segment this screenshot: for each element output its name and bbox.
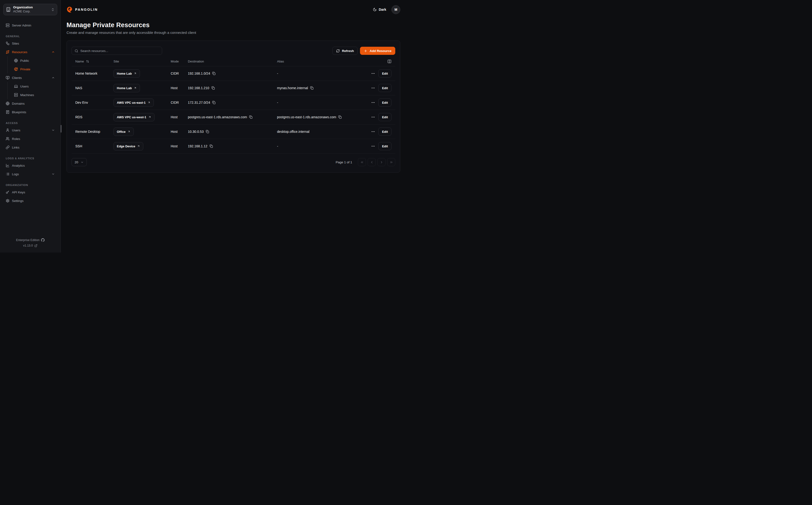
copy-destination-button[interactable] xyxy=(210,145,213,148)
copy-destination-button[interactable] xyxy=(212,72,215,75)
resource-name: Home Network xyxy=(75,71,97,75)
sidebar-item-links[interactable]: Links xyxy=(3,143,57,152)
sidebar-item-roles[interactable]: Roles xyxy=(3,135,57,143)
table-row-ssh: SSHEdge DeviceHost192.168.1.12-Edit xyxy=(71,139,395,154)
copy-destination-button[interactable] xyxy=(206,130,209,133)
site-link-home-lab[interactable]: Home Lab xyxy=(114,69,140,78)
copy-alias-button[interactable] xyxy=(338,116,342,119)
last-page-button[interactable] xyxy=(387,158,395,166)
copy-destination-button[interactable] xyxy=(211,86,215,90)
row-menu-button[interactable] xyxy=(371,71,375,75)
search-icon xyxy=(74,49,78,53)
edit-button[interactable]: Edit xyxy=(378,69,391,77)
add-resource-button[interactable]: Add Resource xyxy=(360,47,395,55)
row-menu-button[interactable] xyxy=(371,101,375,105)
column-header-alias: Alias xyxy=(273,59,369,63)
theme-toggle[interactable]: Dark xyxy=(373,8,386,11)
mode-cell: Host xyxy=(167,115,184,119)
copy-destination-button[interactable] xyxy=(249,116,252,119)
sidebar-item-private[interactable]: Private xyxy=(8,65,57,73)
refresh-button[interactable]: Refresh xyxy=(332,47,358,55)
sidebar-item-label: Resources xyxy=(12,50,27,54)
avatar[interactable]: M xyxy=(391,5,400,14)
chevron-left-icon xyxy=(370,160,374,164)
site-cell: Office xyxy=(110,128,167,136)
copy-destination-button[interactable] xyxy=(212,101,215,104)
sidebar-item-blueprints[interactable]: Blueprints xyxy=(3,108,57,116)
column-header-destination: Destination xyxy=(184,59,273,63)
sidebar-item-api-keys[interactable]: API Keys xyxy=(3,188,57,196)
name-cell: Dev Env xyxy=(71,101,110,105)
next-page-button[interactable] xyxy=(377,158,386,166)
edition-row[interactable]: Enterprise Edition xyxy=(16,238,45,242)
sidebar-item-sites[interactable]: Sites xyxy=(3,39,57,48)
edit-button[interactable]: Edit xyxy=(378,99,391,107)
destination-cell: 10.30.0.53 xyxy=(184,130,273,134)
sidebar-item-users[interactable]: Users xyxy=(8,82,57,91)
edit-button[interactable]: Edit xyxy=(378,128,391,136)
alias-value: - xyxy=(277,101,278,105)
sidebar-item-machines[interactable]: Machines xyxy=(8,91,57,99)
search-input[interactable] xyxy=(80,49,159,53)
site-cell: Home Lab xyxy=(110,84,167,92)
edit-button[interactable]: Edit xyxy=(378,84,391,92)
plus-icon xyxy=(364,49,367,53)
toolbar-buttons: Refresh Add Resource xyxy=(332,47,395,55)
site-link-aws-vpc-us-east-1[interactable]: AWS VPC us-east-1 xyxy=(114,99,154,107)
previous-page-button[interactable] xyxy=(368,158,376,166)
site-link-home-lab[interactable]: Home Lab xyxy=(114,84,140,92)
actions-cell: Edit xyxy=(369,84,395,92)
server-icon xyxy=(14,93,18,97)
avatar-initial: M xyxy=(395,8,397,11)
organization-texts: Organization ACME Corp. xyxy=(13,5,49,13)
sidebar-item-label: Blueprints xyxy=(12,111,26,114)
site-label: Office xyxy=(117,130,126,134)
site-link-edge-device[interactable]: Edge Device xyxy=(114,142,143,150)
row-menu-button[interactable] xyxy=(371,115,375,119)
column-header-name[interactable]: Name xyxy=(71,59,110,63)
sidebar-item-resources[interactable]: Resources xyxy=(3,48,57,56)
alias-cell: mynas.home.internal xyxy=(273,86,369,90)
row-menu-button[interactable] xyxy=(371,144,375,148)
arrow-up-right-icon xyxy=(148,116,151,119)
sidebar-item-analytics[interactable]: Analytics xyxy=(3,161,57,170)
brand[interactable]: PANGOLIN xyxy=(66,6,98,13)
refresh-label: Refresh xyxy=(342,49,354,53)
sidebar-item-public[interactable]: Public xyxy=(8,56,57,65)
gear-icon xyxy=(6,199,10,203)
table-row-home-network: Home NetworkHome LabCIDR192.168.1.0/24-E… xyxy=(71,66,395,81)
main-content: PANGOLIN Dark M Manage Private Resources… xyxy=(61,0,406,252)
organization-selector[interactable]: Organization ACME Corp. xyxy=(3,4,57,15)
section-label-general: GENERAL xyxy=(6,35,55,38)
destination-value: 192.168.1.12 xyxy=(188,144,207,148)
chevron-down-icon xyxy=(51,172,55,176)
site-link-office[interactable]: Office xyxy=(114,128,134,136)
sidebar-item-settings[interactable]: Settings xyxy=(3,196,57,205)
sidebar-item-users[interactable]: Users xyxy=(3,126,57,135)
site-link-aws-vpc-us-west-1[interactable]: AWS VPC us-west-1 xyxy=(114,113,155,121)
page-size-select[interactable]: 20 xyxy=(71,158,87,166)
refresh-icon xyxy=(336,49,340,53)
alias-cell: - xyxy=(273,71,369,75)
sidebar-item-logs[interactable]: Logs xyxy=(3,170,57,178)
version-label: v1.13.0 xyxy=(23,244,33,247)
sidebar-scrollbar-thumb[interactable] xyxy=(60,125,61,133)
name-cell: RDS xyxy=(71,115,110,119)
edit-button[interactable]: Edit xyxy=(378,113,391,121)
edition-label: Enterprise Edition xyxy=(16,238,40,242)
edit-button[interactable]: Edit xyxy=(378,142,391,150)
copy-alias-button[interactable] xyxy=(310,86,314,90)
column-header-actions xyxy=(369,59,395,63)
row-menu-button[interactable] xyxy=(371,86,375,90)
sidebar-item-server-admin[interactable]: Server Admin xyxy=(3,21,57,30)
chevron-right-icon xyxy=(380,160,383,164)
sidebar-item-domains[interactable]: Domains xyxy=(3,99,57,108)
sidebar-item-label: Analytics xyxy=(12,164,25,167)
version-row[interactable]: v1.13.0 xyxy=(23,244,37,247)
sidebar-item-clients[interactable]: Clients xyxy=(3,73,57,82)
first-page-button[interactable] xyxy=(358,158,366,166)
section-label-access: ACCESS xyxy=(6,122,55,125)
columns-toggle-button[interactable] xyxy=(387,59,391,63)
globe-icon xyxy=(14,59,18,62)
row-menu-button[interactable] xyxy=(371,130,375,134)
